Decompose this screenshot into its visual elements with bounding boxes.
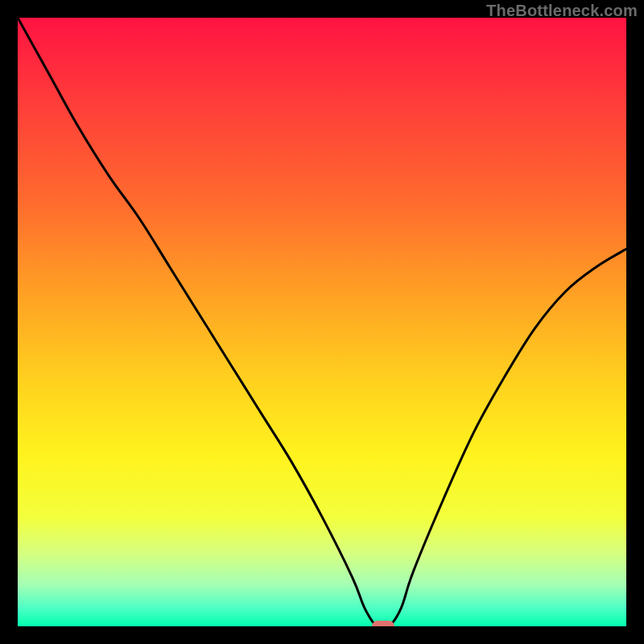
- chart-stage: TheBottleneck.com: [0, 0, 644, 644]
- watermark-text: TheBottleneck.com: [486, 2, 638, 20]
- plot-area: [18, 18, 626, 626]
- optimal-marker: [372, 621, 394, 626]
- bottleneck-curve: [18, 18, 626, 626]
